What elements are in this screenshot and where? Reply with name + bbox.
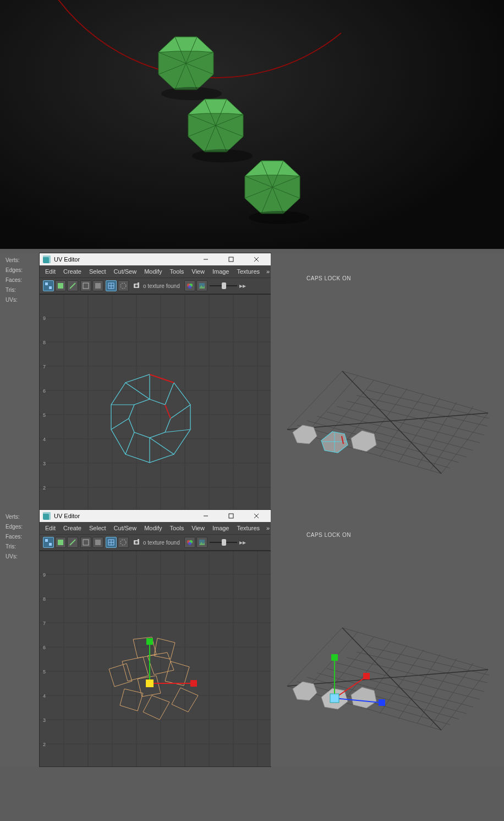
- gizmo-z-handle[interactable]: [379, 699, 385, 706]
- slider-thumb[interactable]: [222, 539, 226, 546]
- shading-solid-icon[interactable]: [92, 280, 103, 291]
- shading-solid-icon[interactable]: [92, 537, 103, 548]
- minimize-button[interactable]: [195, 510, 217, 522]
- menu-tools[interactable]: Tools: [167, 267, 188, 276]
- gizmo-center-handle[interactable]: [146, 679, 154, 687]
- grid-toggle-icon[interactable]: [106, 537, 117, 548]
- uv-window-title: UV Editor: [54, 256, 191, 263]
- bottom-row: Verts: Edges: Faces: Tris: UVs: UV Edito…: [0, 510, 504, 766]
- maximize-button[interactable]: [220, 253, 242, 265]
- play-forward-icon[interactable]: ▸▸: [239, 539, 246, 546]
- close-button[interactable]: [245, 510, 267, 522]
- rock-instance-2-selected: [321, 432, 348, 453]
- uv-toolbar: o texture found ▸▸: [40, 278, 271, 294]
- uvs-label: UVs:: [6, 552, 18, 562]
- uvs-label: UVs:: [6, 295, 18, 305]
- gizmo-x-handle[interactable]: [363, 673, 370, 679]
- uv-face-mode-icon[interactable]: [55, 280, 66, 291]
- tris-label: Tris:: [6, 542, 16, 552]
- close-button[interactable]: [245, 253, 267, 265]
- svg-text:4: 4: [43, 693, 46, 699]
- svg-line-92: [380, 393, 424, 457]
- svg-rect-30: [95, 283, 101, 289]
- svg-rect-110: [58, 540, 63, 545]
- menu-select[interactable]: Select: [86, 267, 109, 276]
- dim-toggle-icon[interactable]: [118, 280, 129, 291]
- menu-modify[interactable]: Modify: [141, 524, 165, 532]
- svg-point-116: [135, 541, 138, 544]
- exposure-slider[interactable]: [210, 539, 237, 546]
- menu-select[interactable]: Select: [86, 524, 109, 532]
- rock-instance-1: [293, 682, 317, 700]
- uv-shell-mode-icon[interactable]: [43, 280, 54, 291]
- svg-text:2: 2: [43, 485, 46, 491]
- svg-rect-27: [58, 283, 63, 289]
- menu-textures[interactable]: Textures: [233, 267, 263, 276]
- svg-text:8: 8: [43, 596, 46, 602]
- image-display-icon[interactable]: [196, 537, 207, 548]
- shading-wire-icon[interactable]: [80, 537, 91, 548]
- green-rock-2: [188, 99, 253, 162]
- menu-image[interactable]: Image: [209, 267, 233, 276]
- grid-toggle-icon[interactable]: [106, 280, 117, 291]
- dim-toggle-icon[interactable]: [118, 537, 129, 548]
- menu-tools[interactable]: Tools: [167, 524, 188, 532]
- rgb-channels-icon[interactable]: [184, 537, 195, 548]
- menu-image[interactable]: Image: [209, 524, 233, 532]
- uv-face-mode-icon[interactable]: [55, 537, 66, 548]
- uv-titlebar[interactable]: UV Editor: [40, 253, 271, 265]
- svg-marker-153: [120, 689, 143, 711]
- uv-editor-window[interactable]: UV Editor Edit Create Select Cut/Sew Mod…: [40, 510, 271, 766]
- mesh-stats-hud: Verts: Edges: Faces: Tris: UVs:: [0, 510, 40, 562]
- menu-textures[interactable]: Textures: [233, 524, 263, 532]
- ground-grid: [287, 628, 489, 730]
- menu-view[interactable]: View: [188, 267, 208, 276]
- persp-viewport[interactable]: CAPS LOCK ON: [271, 510, 504, 766]
- menu-cutsew[interactable]: Cut/Sew: [111, 524, 140, 532]
- uv-grid: [40, 551, 271, 766]
- uv-canvas[interactable]: 2 3 4 5 6 7 8 9: [40, 551, 271, 766]
- svg-line-169: [357, 652, 487, 683]
- shading-wire-icon[interactable]: [80, 280, 91, 291]
- uv-cut-edges: [150, 374, 174, 418]
- uv-titlebar[interactable]: UV Editor: [40, 510, 271, 522]
- svg-line-111: [70, 540, 75, 545]
- menu-edit[interactable]: Edit: [42, 524, 59, 532]
- slider-thumb[interactable]: [222, 282, 226, 289]
- svg-rect-112: [83, 540, 89, 545]
- uv-move-gizmo[interactable]: [146, 638, 197, 687]
- uv-canvas[interactable]: 2 3 4 5 6 7 8 9: [40, 294, 271, 510]
- maximize-button[interactable]: [220, 510, 242, 522]
- top-render-viewport[interactable]: [0, 0, 504, 249]
- tris-label: Tris:: [6, 285, 16, 295]
- svg-marker-181: [293, 682, 317, 700]
- menu-create[interactable]: Create: [60, 524, 85, 532]
- svg-point-13: [192, 149, 253, 162]
- svg-line-176: [398, 654, 440, 719]
- play-forward-icon[interactable]: ▸▸: [239, 282, 246, 290]
- uv-edge-mode-icon[interactable]: [67, 280, 78, 291]
- menu-modify[interactable]: Modify: [141, 267, 165, 276]
- uv-editor-window[interactable]: UV Editor Edit Create Select Cut/Sew Mod…: [40, 253, 271, 510]
- svg-text:9: 9: [43, 316, 46, 321]
- rgb-channels-icon[interactable]: [184, 280, 195, 291]
- svg-text:9: 9: [43, 572, 46, 578]
- minimize-button[interactable]: [195, 253, 217, 265]
- menu-create[interactable]: Create: [60, 267, 85, 276]
- svg-text:3: 3: [43, 461, 46, 466]
- rock-instance-1: [293, 425, 317, 444]
- uv-shell-mode-icon[interactable]: [43, 537, 54, 548]
- menu-cutsew[interactable]: Cut/Sew: [111, 267, 140, 276]
- svg-line-97: [342, 371, 441, 474]
- uv-axis-labels: 2 3 4 5 6 7 8 9: [43, 572, 46, 747]
- persp-viewport[interactable]: CAPS LOCK ON: [271, 253, 504, 510]
- gizmo-y-handle[interactable]: [331, 654, 338, 661]
- menu-edit[interactable]: Edit: [42, 267, 59, 276]
- menu-view[interactable]: View: [188, 524, 208, 532]
- exposure-slider[interactable]: [210, 282, 237, 290]
- gizmo-center-handle[interactable]: [330, 694, 339, 703]
- camera-icon: [133, 539, 141, 546]
- image-display-icon[interactable]: [196, 280, 207, 291]
- uv-edge-mode-icon[interactable]: [67, 537, 78, 548]
- svg-point-114: [120, 540, 126, 545]
